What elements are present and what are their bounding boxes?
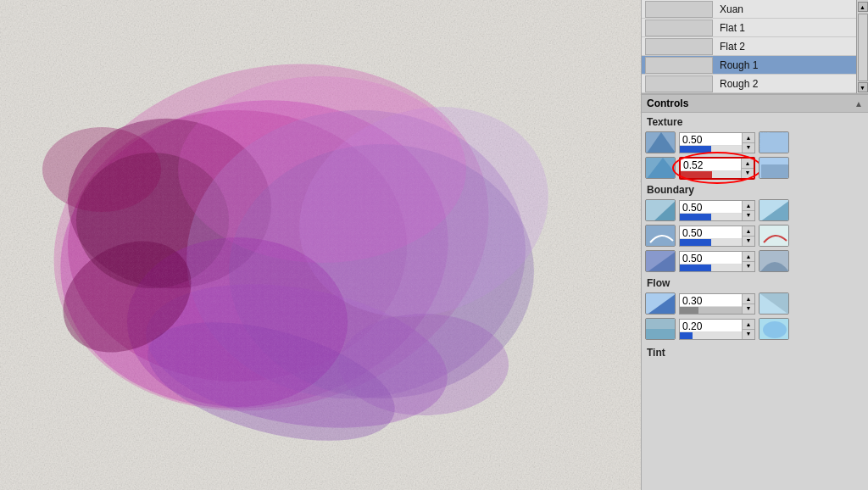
paper-list-section: XuanFlat 1Flat 2Rough 1Rough 2 ▲ ▼ xyxy=(642,0,868,93)
boundary-up-3[interactable]: ▲ xyxy=(743,252,754,261)
texture-row-1: 0.50 ▲ ▼ xyxy=(642,130,868,155)
boundary-track-3 xyxy=(680,264,742,271)
texture-fill-1 xyxy=(680,146,711,153)
boundary-track-2 xyxy=(680,239,742,246)
boundary-preview-1 xyxy=(759,199,789,221)
flow-up-1[interactable]: ▲ xyxy=(743,294,754,303)
texture-thumb-1 xyxy=(645,131,676,153)
flow-up-2[interactable]: ▲ xyxy=(743,320,754,329)
controls-header: Controls ▲ xyxy=(642,95,868,113)
boundary-preview-2 xyxy=(759,225,789,247)
flow-preview-1 xyxy=(759,292,789,315)
flow-spinbox-2[interactable]: 0.20 ▲ ▼ xyxy=(679,319,755,340)
tint-label: Tint xyxy=(642,343,868,360)
texture-label: Texture xyxy=(642,113,868,130)
paper-name-flat2: Flat 2 xyxy=(716,41,856,53)
boundary-down-1[interactable]: ▼ xyxy=(743,210,754,220)
boundary-label: Boundary xyxy=(642,181,868,198)
flow-track-1 xyxy=(680,307,742,314)
boundary-up-2[interactable]: ▲ xyxy=(743,226,754,236)
boundary-arrows-3[interactable]: ▲ ▼ xyxy=(742,252,754,271)
flow-fill-1 xyxy=(680,307,698,314)
texture-value-2: 0.52 xyxy=(681,159,741,171)
texture-spinbox-1[interactable]: 0.50 ▲ ▼ xyxy=(679,132,755,153)
right-panel: XuanFlat 1Flat 2Rough 1Rough 2 ▲ ▼ Contr… xyxy=(641,0,868,490)
paper-list: XuanFlat 1Flat 2Rough 1Rough 2 xyxy=(642,0,856,93)
flow-row-2: 0.20 ▲ ▼ xyxy=(642,316,868,342)
boundary-thumb-1 xyxy=(645,199,676,221)
flow-value-2: 0.20 xyxy=(680,320,742,332)
texture-track-2 xyxy=(681,171,741,178)
boundary-arrows-2[interactable]: ▲ ▼ xyxy=(742,226,754,246)
paper-swatch-flat2 xyxy=(645,38,713,55)
scroll-down-btn[interactable]: ▼ xyxy=(858,82,868,92)
boundary-track-1 xyxy=(680,214,742,220)
svg-rect-26 xyxy=(761,164,788,178)
flow-down-2[interactable]: ▼ xyxy=(743,329,754,338)
texture-arrows-1[interactable]: ▲ ▼ xyxy=(742,133,754,153)
boundary-row-3: 0.50 ▲ ▼ xyxy=(642,248,868,274)
boundary-down-2[interactable]: ▼ xyxy=(743,236,754,245)
flow-arrows-1[interactable]: ▲ ▼ xyxy=(742,294,754,314)
svg-rect-22 xyxy=(760,132,789,153)
paper-item-flat2[interactable]: Flat 2 xyxy=(642,37,856,56)
texture-fill-2 xyxy=(681,171,712,178)
paper-name-rough1: Rough 1 xyxy=(716,59,856,71)
boundary-thumb-2 xyxy=(645,225,676,247)
flow-down-1[interactable]: ▼ xyxy=(743,303,754,313)
texture-up-2[interactable]: ▲ xyxy=(742,159,754,168)
paper-name-xuan: Xuan xyxy=(716,3,856,15)
texture-up-1[interactable]: ▲ xyxy=(743,133,754,142)
flow-fill-2 xyxy=(680,332,693,339)
paper-swatch-flat1 xyxy=(645,19,713,36)
boundary-fill-1 xyxy=(680,214,711,220)
paper-item-rough2[interactable]: Rough 2 xyxy=(642,75,856,93)
texture-value-1: 0.50 xyxy=(680,133,742,146)
canvas-area[interactable] xyxy=(0,0,641,490)
paper-item-flat1[interactable]: Flat 1 xyxy=(642,19,856,37)
texture-arrows-2[interactable]: ▲ ▼ xyxy=(741,159,754,178)
boundary-fill-2 xyxy=(680,239,711,246)
controls-section: Controls ▲ Texture 0.50 xyxy=(642,93,868,360)
flow-track-2 xyxy=(680,332,742,339)
boundary-row-1: 0.50 ▲ ▼ xyxy=(642,198,868,223)
controls-collapse-arrow[interactable]: ▲ xyxy=(854,99,863,109)
svg-rect-18 xyxy=(0,0,641,490)
flow-row-1: 0.30 ▲ ▼ xyxy=(642,291,868,316)
boundary-preview-3 xyxy=(759,250,789,272)
flow-thumb-1 xyxy=(645,292,676,315)
boundary-spinbox-3[interactable]: 0.50 ▲ ▼ xyxy=(679,251,755,272)
boundary-row-2: 0.50 ▲ ▼ xyxy=(642,223,868,248)
boundary-arrows-1[interactable]: ▲ ▼ xyxy=(742,201,754,220)
controls-title: Controls xyxy=(647,97,688,109)
paper-list-scrollbar[interactable]: ▲ ▼ xyxy=(856,0,868,93)
texture-spinbox-2[interactable]: 0.52 ▲ ▼ xyxy=(679,157,755,180)
texture-row-2: 0.52 ▲ ▼ xyxy=(642,155,868,181)
paper-name-rough2: Rough 2 xyxy=(716,78,856,90)
texture-down-1[interactable]: ▼ xyxy=(743,142,754,152)
boundary-value-3: 0.50 xyxy=(680,252,742,264)
scroll-up-btn[interactable]: ▲ xyxy=(858,2,868,12)
boundary-thumb-3 xyxy=(645,250,676,272)
texture-thumb-2 xyxy=(645,157,676,179)
paper-item-xuan[interactable]: Xuan xyxy=(642,0,856,19)
paper-item-rough1[interactable]: Rough 1 xyxy=(642,56,856,75)
boundary-down-3[interactable]: ▼ xyxy=(743,261,754,270)
flow-preview-2 xyxy=(759,318,789,340)
paper-swatch-rough1 xyxy=(645,57,713,74)
boundary-value-2: 0.50 xyxy=(680,226,742,239)
flow-arrows-2[interactable]: ▲ ▼ xyxy=(742,320,754,339)
boundary-spinbox-2[interactable]: 0.50 ▲ ▼ xyxy=(679,226,755,247)
texture-track-1 xyxy=(680,146,742,153)
flow-spinbox-1[interactable]: 0.30 ▲ ▼ xyxy=(679,293,755,315)
paper-swatch-xuan xyxy=(645,1,713,18)
texture-down-2[interactable]: ▼ xyxy=(742,168,754,177)
flow-value-1: 0.30 xyxy=(680,294,742,307)
boundary-value-1: 0.50 xyxy=(680,201,742,214)
boundary-fill-3 xyxy=(680,264,711,271)
svg-rect-41 xyxy=(646,329,676,340)
paper-name-flat1: Flat 1 xyxy=(716,22,856,34)
boundary-spinbox-1[interactable]: 0.50 ▲ ▼ xyxy=(679,200,755,221)
flow-thumb-2 xyxy=(645,318,676,340)
boundary-up-1[interactable]: ▲ xyxy=(743,201,754,210)
